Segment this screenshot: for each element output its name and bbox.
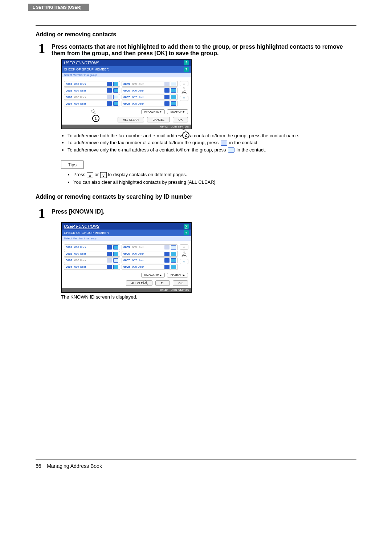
screen-subtitle: CHECK OF GROUP MEMBER <box>64 231 109 235</box>
divider <box>36 204 356 204</box>
email-icon <box>113 101 118 106</box>
tip: You can also clear all highlighted conta… <box>73 179 356 185</box>
screen-hint: Select Member in a group <box>62 236 191 241</box>
page-up-icon: ∧ <box>180 244 188 250</box>
search-button: SEARCH ▸ <box>167 109 188 114</box>
email-icon <box>171 101 176 106</box>
screenshot: USER FUNCTIONS ? CHECK OF GROUP MEMBER ?… <box>61 222 356 293</box>
page-total: 375 <box>181 255 186 258</box>
email-icon <box>171 82 176 86</box>
contact-row: 0001001 User <box>64 244 120 250</box>
status-time: 09:42 <box>160 125 168 128</box>
page-down-icon: ∨ <box>180 259 188 264</box>
result-text: The KNOWN ID screen is displayed. <box>61 294 356 300</box>
fax-icon <box>107 82 112 86</box>
email-icon <box>113 88 118 93</box>
contact-row: 0001001 User <box>64 81 120 87</box>
search-button: SEARCH ▸ <box>167 273 188 278</box>
contact-row: 0007007 User <box>122 94 178 100</box>
contact-row: 0004004 User <box>64 101 120 106</box>
all-clear-button: ALL CLEAR <box>118 117 144 122</box>
step-number: 1 <box>36 41 48 55</box>
known-id-button: KNOWN ID ▸ <box>141 109 165 114</box>
contact-row: 0005005 User <box>122 81 178 87</box>
contact-row: 0008008 User <box>122 101 178 106</box>
screen-hint: Select Member in a group <box>62 73 191 77</box>
tips-list: Press ∧ or ∨ to display contacts on diff… <box>67 172 356 185</box>
email-icon <box>113 265 118 269</box>
help-icon: ? <box>184 224 189 229</box>
fax-icon <box>164 258 170 263</box>
up-arrow-icon: ∧ <box>87 172 93 178</box>
page-current: 1 <box>183 250 185 253</box>
cancel-button: CANCEL <box>147 117 170 122</box>
email-icon <box>171 252 176 256</box>
fax-icon <box>221 141 227 146</box>
divider <box>36 25 356 26</box>
page-down-icon: ∨ <box>180 96 188 101</box>
tips-label: Tips <box>61 161 83 169</box>
fax-icon <box>107 252 112 256</box>
fax-icon <box>164 252 170 256</box>
fax-icon <box>107 95 112 99</box>
contact-row: 0006006 User <box>122 88 178 93</box>
contact-row: 0003003 User <box>64 94 120 100</box>
section-title: Adding or removing contacts <box>36 31 356 38</box>
fax-icon <box>164 82 170 86</box>
page-up-icon: ∧ <box>180 81 188 86</box>
divider <box>36 459 356 459</box>
screenshot: USER FUNCTIONS ? CHECK OF GROUP MEMBER ?… <box>61 59 356 129</box>
help-icon: ? <box>184 230 189 235</box>
status-time: 09:42 <box>160 288 168 292</box>
contact-row: 0003003 User <box>64 258 120 263</box>
fax-icon <box>107 101 112 106</box>
page-number: 56 <box>36 463 41 469</box>
ok-button: OK <box>173 280 188 286</box>
screen-title: USER FUNCTIONS <box>64 61 99 65</box>
contact-row: 0002002 User <box>64 88 120 93</box>
email-icon <box>113 245 118 250</box>
chapter-tab: 1 SETTING ITEMS (USER) <box>28 4 89 11</box>
note: To add/remove only the fax number of a c… <box>68 140 356 146</box>
help-icon: ? <box>184 60 189 65</box>
contact-row: 0006006 User <box>122 251 178 257</box>
fax-icon <box>164 245 170 250</box>
email-icon <box>171 95 176 99</box>
email-icon <box>113 95 118 99</box>
contact-row: 0005005 User <box>122 244 178 250</box>
callout-1: 1 <box>92 115 99 122</box>
fax-icon <box>164 88 170 93</box>
down-arrow-icon: ∨ <box>100 172 107 178</box>
status-job: JOB STATUS <box>171 288 189 292</box>
note: To add/remove both the fax number and e-… <box>68 133 356 138</box>
callout-2: 2 <box>182 131 189 139</box>
note: To add/remove only the e-mail address of… <box>68 147 356 153</box>
cancel-button: EL <box>155 280 170 286</box>
email-icon <box>113 258 118 263</box>
help-icon: ? <box>184 67 189 72</box>
section-title: Adding or removing contacts by searching… <box>36 194 356 200</box>
contact-row: 0008008 User <box>122 264 178 270</box>
footer-section: Managing Address Book <box>47 463 102 469</box>
step-number: 1 <box>36 206 48 220</box>
screen-title: USER FUNCTIONS <box>64 224 99 228</box>
screen-subtitle: CHECK OF GROUP MEMBER <box>64 68 109 71</box>
email-icon <box>171 265 176 269</box>
fax-icon <box>107 258 112 263</box>
email-icon <box>113 82 118 86</box>
step-instruction: Press contacts that are not highlighted … <box>52 41 356 57</box>
notes-list: To add/remove both the fax number and e-… <box>61 133 356 153</box>
fax-icon <box>164 101 170 106</box>
fax-icon <box>107 88 112 93</box>
fax-icon <box>164 265 170 269</box>
email-icon <box>171 88 176 93</box>
contact-row: 0004004 User <box>64 264 120 270</box>
step-instruction: Press [KNOWN ID]. <box>52 206 356 215</box>
fax-icon <box>107 245 112 250</box>
tip: Press ∧ or ∨ to display contacts on diff… <box>73 172 356 178</box>
email-icon <box>228 147 234 153</box>
contact-row: 0002002 User <box>64 251 120 257</box>
email-icon <box>171 245 176 250</box>
page-current: 1 <box>183 86 185 90</box>
contact-row: 0007007 User <box>122 258 178 263</box>
